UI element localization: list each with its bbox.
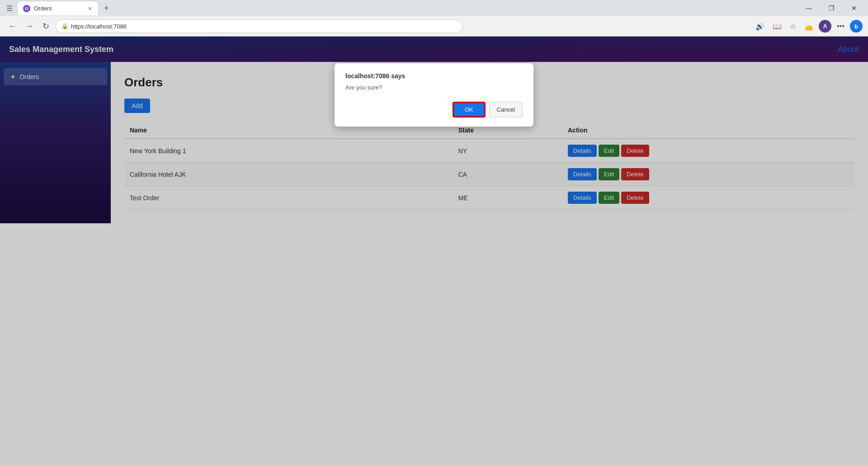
tab-favicon [23,5,30,12]
new-tab-button[interactable]: + [100,2,113,15]
maximize-button[interactable]: ❐ [821,0,842,16]
minimize-button[interactable]: — [798,0,819,16]
refresh-button[interactable]: ↻ [40,19,52,33]
browser-tab[interactable]: Orders × [17,1,99,15]
more-options-button[interactable]: ••• [834,20,847,32]
favorites-button[interactable]: ☆ [787,20,799,33]
close-window-button[interactable]: ✕ [844,0,864,16]
dialog-overlay: localhost:7086 says Are you sure? OK Can… [0,36,868,466]
address-bar[interactable]: 🔒 https://localhost:7086 [56,19,462,33]
dialog-message: Are you sure? [345,84,523,91]
profile-avatar[interactable]: A [819,20,831,33]
back-button[interactable]: ← [5,20,19,33]
sidebar-toggle-button[interactable]: ☰ [4,2,15,14]
dialog-title: localhost:7086 says [345,72,523,80]
dialog-buttons: OK Cancel [345,102,523,118]
browser-wallet-button[interactable]: 👝 [802,20,816,33]
tab-close-button[interactable]: × [87,4,93,13]
lock-icon: 🔒 [61,23,68,29]
edge-copilot-button[interactable]: b [850,20,863,33]
tab-title: Orders [34,5,84,12]
immersive-reader-button[interactable]: 📖 [770,20,784,33]
dialog-cancel-button[interactable]: Cancel [489,102,523,118]
address-bar-url: https://localhost:7086 [71,23,457,30]
read-aloud-button[interactable]: 🔊 [753,20,767,33]
forward-button[interactable]: → [23,20,36,33]
confirm-dialog: localhost:7086 says Are you sure? OK Can… [335,63,533,127]
dialog-ok-button[interactable]: OK [453,102,486,118]
